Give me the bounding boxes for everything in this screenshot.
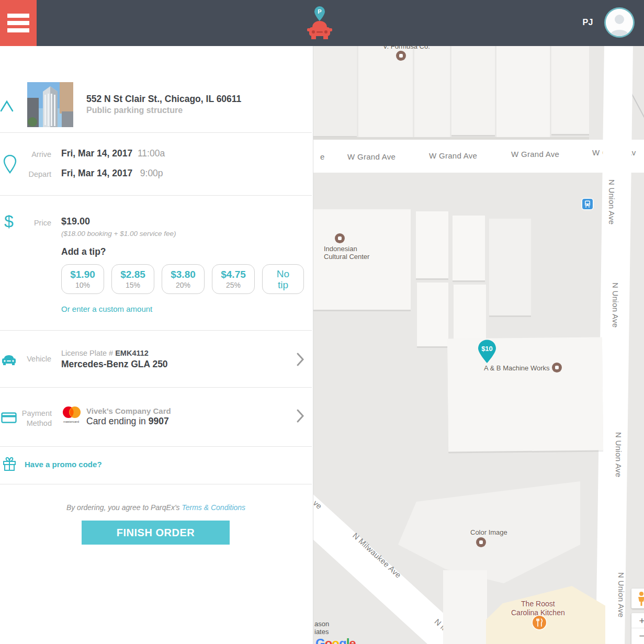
hamburger-icon [7,14,29,36]
poi-marker-machine-works[interactable] [552,363,562,372]
map-building [313,46,357,136]
map-building [358,46,413,137]
svg-text:P: P [318,8,321,15]
tip-options: $1.90 10% $2.85 15% $3.80 20% $4.75 25% … [61,264,304,294]
listing-photo [27,82,73,127]
mastercard-logo: mastercard [61,405,81,424]
street-label-n-union: N Union Ave [607,179,616,224]
google-logo: Google [315,636,356,644]
map-building [453,216,485,280]
pegman-control[interactable] [631,589,644,608]
chevron-right-icon[interactable] [296,409,304,423]
listing-subtitle: Public parking structure [86,106,183,115]
map-building [417,283,448,346]
map-building [489,219,531,315]
street-label-w-grand: W Grand Ave [347,152,396,161]
price-amount: $19.00 [61,216,90,227]
poi-label-roost[interactable]: The Roost Carolina Kitchen [511,600,565,617]
terms-link[interactable]: Terms & Conditions [182,503,245,512]
street-label-w-grand: W Grand Ave [429,151,477,160]
no-tip-button[interactable]: No tip [262,264,304,294]
zoom-out-button[interactable]: − [631,628,644,643]
arrive-label: Arrive [20,150,51,159]
location-pin-icon [3,155,17,174]
street-label-w-grand: W Grand Ave [511,150,559,159]
gift-icon [2,456,17,472]
vehicle-name: Mercedes-Benz GLA 250 [61,359,168,370]
poi-label-machine-works[interactable]: A & B Machine Works [484,364,549,372]
map-building [443,570,487,644]
custom-tip-link[interactable]: Or enter a custom amount [61,304,152,313]
poi-label-color-image[interactable]: Color Image [470,528,507,536]
tip-button-10[interactable]: $1.90 10% [61,264,104,294]
depart-label: Depart [20,170,51,178]
restaurant-marker-roost[interactable] [533,616,546,629]
arrive-value[interactable]: Fri, Mar 14, 2017 11:00a [61,148,165,159]
tip-question: Add a tip? [61,246,106,257]
user-initials[interactable]: PJ [582,18,593,27]
svg-text:$10: $10 [481,345,493,353]
vehicle-label: Vehicle [20,355,51,363]
price-pin-10[interactable]: $10 [476,339,498,364]
card-ending: Card ending in 9907 [86,416,169,427]
structure-icon [0,97,18,115]
poi-marker-color-image[interactable] [476,537,486,547]
top-bar: P PJ [0,0,644,46]
chevron-right-icon[interactable] [296,352,304,367]
tip-button-25[interactable]: $4.75 25% [212,264,255,294]
street-label-w-grand: e [320,152,325,161]
terms-text: By ordering, you agree to ParqEx's Terms… [0,503,312,512]
dollar-icon: $ [4,212,14,231]
promo-code-link[interactable]: Have a promo code? [25,460,102,469]
license-plate: License Plate # EMK4112 [61,349,149,357]
map-canvas[interactable]: e W Grand Ave W Grand Ave W Grand Ave W … [313,46,644,644]
bus-stop-icon[interactable] [582,199,593,209]
avatar[interactable] [606,9,633,36]
map-building-parking [447,337,603,451]
map-building [451,46,495,135]
poi-label-indonesian[interactable]: Indonesian Cultural Center [324,245,369,261]
street-label-n-union: N Union Ave [617,572,626,617]
tip-button-20[interactable]: $3.80 20% [162,264,205,294]
tip-button-15[interactable]: $2.85 15% [111,264,154,294]
price-breakdown: ($18.00 booking + $1.00 service fee) [61,230,176,238]
payment-method-label: PaymentMethod [10,409,52,428]
depart-value[interactable]: Fri, Mar 14, 2017 9:00p [61,168,163,179]
hamburger-menu-button[interactable] [0,0,37,46]
poi-marker-indonesian[interactable] [335,233,345,243]
car-icon [1,352,17,366]
svg-text:mastercard: mastercard [63,420,79,423]
street-label-n-union: N Union Ave [611,283,620,327]
map-building [416,211,448,278]
map-building [496,46,550,138]
zoom-in-button[interactable]: + [631,613,644,628]
zoom-controls[interactable]: + − [631,613,644,644]
order-panel: 552 N St Clair St., Chicago, IL 60611 Pu… [0,46,313,644]
parqex-logo: P [305,5,334,42]
street-label-n-union: N Union Ave [614,432,623,477]
card-name: Vivek's Company Card [86,406,171,415]
price-label: Price [20,219,51,227]
map-building [414,46,450,138]
poi-label-formusa[interactable]: V. Formusa Co. [383,46,430,50]
poi-marker-formusa[interactable] [396,51,406,61]
map-partial-label: ason iates [314,620,329,636]
finish-order-button[interactable]: FINISH ORDER [82,521,230,545]
map-building [551,46,589,134]
listing-address: 552 N St Clair St., Chicago, IL 60611 [86,94,241,105]
